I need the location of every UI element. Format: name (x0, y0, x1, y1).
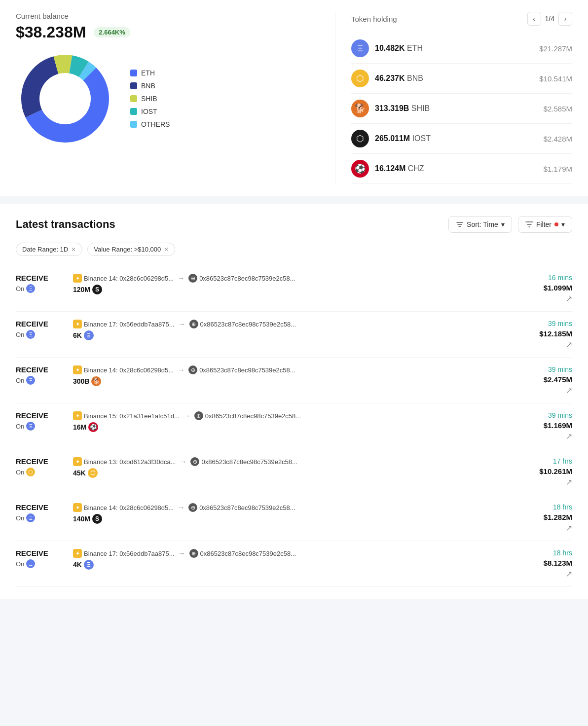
chain-icon: Ξ (26, 559, 35, 568)
external-link-icon[interactable]: ↗ (518, 432, 572, 441)
addr-to: ⊕ 0x86523c87c8ec98c7539e2c58... (188, 365, 295, 374)
pagination-text: 1/4 (545, 15, 554, 23)
header-actions: Sort: Time ▾ Filter ▾ (448, 216, 572, 233)
tx-addresses: ✦ Binance 14: 0x28c6c06298d5... → ⊕ 0x86… (73, 274, 510, 283)
tx-amount: 6K (73, 331, 82, 339)
arrow-icon: → (179, 320, 185, 328)
tx-chain: On Ξ (16, 330, 65, 339)
token-row[interactable]: ⚽ 16.124M CHZ $1.179M (351, 154, 572, 184)
filter-icon (525, 220, 533, 228)
tx-middle: ✦ Binance 15: 0x21a31ee1afc51d... → ⊕ 0x… (73, 411, 510, 432)
tx-amount: 140M (73, 515, 90, 523)
token-holding-title: Token holding (351, 15, 397, 23)
filter-remove-button[interactable]: ✕ (164, 246, 169, 253)
to-address: 0x86523c87c8ec98c7539e2c58... (205, 412, 301, 420)
tx-value: $1.099M (518, 284, 572, 292)
tx-amount: 16M (73, 423, 86, 431)
tx-type: RECEIVE (16, 411, 65, 420)
token-info: 313.319B SHIB (375, 104, 544, 113)
to-icon: ⊕ (194, 411, 203, 420)
tx-time: 18 hrs (518, 549, 572, 557)
tx-amount-row: 140M S (73, 514, 510, 524)
tx-type: RECEIVE (16, 274, 65, 282)
tx-amount-row: 4K Ξ (73, 560, 510, 570)
token-row[interactable]: ⬡ 46.237K BNB $10.541M (351, 64, 572, 94)
tx-chain: On ⬡ (16, 468, 65, 476)
table-row[interactable]: RECEIVE On Ξ ✦ Binance 14: 0x28c6c06298d… (16, 495, 572, 541)
chain-icon: Ξ (26, 284, 35, 293)
tx-middle: ✦ Binance 17: 0x56eddb7aa875... → ⊕ 0x86… (73, 320, 510, 340)
tx-time: 39 mins (518, 411, 572, 419)
coin-icon: S (92, 285, 102, 294)
token-icon: ⬡ (351, 130, 369, 147)
addr-from: ✦ Binance 17: 0x56eddb7aa875... (73, 320, 175, 328)
from-address: Binance 17: 0x56eddb7aa875... (84, 321, 175, 328)
tx-time: 39 mins (518, 320, 572, 327)
tx-type-col: RECEIVE On Ξ (16, 320, 65, 339)
from-icon: ✦ (73, 365, 82, 374)
token-row[interactable]: ⬡ 265.011M IOST $2.428M (351, 124, 572, 154)
external-link-icon[interactable]: ↗ (518, 523, 572, 533)
sort-label: Sort: Time (467, 220, 498, 228)
from-icon: ✦ (73, 503, 82, 512)
token-value: $21.287M (539, 44, 572, 53)
tx-addresses: ✦ Binance 13: 0xbd612a3f30dca... → ⊕ 0x8… (73, 457, 510, 466)
filter-remove-button[interactable]: ✕ (71, 246, 76, 253)
table-row[interactable]: RECEIVE On Ξ ✦ Binance 17: 0x56eddb7aa87… (16, 312, 572, 358)
tx-chain: On Ξ (16, 513, 65, 522)
chart-legend-row: ETH BNB SHIB IOST OTHERS (16, 49, 319, 148)
from-icon: ✦ (73, 320, 82, 328)
prev-page-button[interactable]: ‹ (527, 12, 541, 26)
token-holding-area: Token holding ‹ 1/4 › Ξ 10.482K ETH $21.… (335, 12, 572, 184)
token-info: 46.237K BNB (375, 74, 539, 83)
token-amount: 313.319B SHIB (375, 104, 430, 112)
external-link-icon[interactable]: ↗ (518, 294, 572, 303)
addr-to: ⊕ 0x86523c87c8ec98c7539e2c58... (190, 457, 297, 466)
to-address: 0x86523c87c8ec98c7539e2c58... (200, 550, 296, 557)
tx-chain: On Ξ (16, 559, 65, 568)
to-address: 0x86523c87c8ec98c7539e2c58... (199, 366, 295, 374)
external-link-icon[interactable]: ↗ (518, 477, 572, 487)
tx-right: 17 hrs $10.261M ↗ (518, 457, 572, 487)
tx-type-col: RECEIVE On Ξ (16, 365, 65, 385)
external-link-icon[interactable]: ↗ (518, 569, 572, 579)
external-link-icon[interactable]: ↗ (518, 340, 572, 349)
from-icon: ✦ (73, 411, 82, 420)
chart-legend: ETH BNB SHIB IOST OTHERS (130, 69, 170, 128)
tx-type: RECEIVE (16, 503, 65, 511)
filter-tag: Value Range: >$10,000✕ (87, 243, 175, 256)
from-address: Binance 13: 0xbd612a3f30dca... (84, 458, 176, 466)
table-row[interactable]: RECEIVE On Ξ ✦ Binance 14: 0x28c6c06298d… (16, 358, 572, 403)
tx-middle: ✦ Binance 13: 0xbd612a3f30dca... → ⊕ 0x8… (73, 457, 510, 478)
next-page-button[interactable]: › (558, 12, 572, 26)
table-row[interactable]: RECEIVE On Ξ ✦ Binance 15: 0x21a31ee1afc… (16, 403, 572, 449)
table-row[interactable]: RECEIVE On Ξ ✦ Binance 14: 0x28c6c06298d… (16, 266, 572, 312)
table-row[interactable]: RECEIVE On ⬡ ✦ Binance 13: 0xbd612a3f30d… (16, 449, 572, 495)
pagination: ‹ 1/4 › (527, 12, 572, 26)
tx-right: 16 mins $1.099M ↗ (518, 274, 572, 303)
token-icon: Ξ (351, 39, 369, 57)
external-link-icon[interactable]: ↗ (518, 386, 572, 395)
tx-middle: ✦ Binance 17: 0x56eddb7aa875... → ⊕ 0x86… (73, 549, 510, 570)
to-icon: ⊕ (188, 503, 197, 512)
chain-icon: Ξ (26, 376, 35, 385)
tx-amount: 45K (73, 469, 86, 477)
token-row[interactable]: 🐕 313.319B SHIB $2.585M (351, 94, 572, 124)
addr-from: ✦ Binance 15: 0x21a31ee1afc51d... (73, 411, 180, 420)
from-address: Binance 14: 0x28c6c06298d5... (84, 366, 174, 374)
transactions-section: Latest transactions Sort: Time ▾ Filter … (0, 204, 588, 599)
to-icon: ⊕ (188, 365, 197, 374)
tx-right: 39 mins $1.169M ↗ (518, 411, 572, 441)
tx-amount-row: 6K Ξ (73, 330, 510, 340)
filter-button[interactable]: Filter ▾ (518, 216, 572, 233)
table-row[interactable]: RECEIVE On Ξ ✦ Binance 17: 0x56eddb7aa87… (16, 541, 572, 587)
tx-type-col: RECEIVE On Ξ (16, 503, 65, 522)
tx-value: $1.282M (518, 513, 572, 521)
token-info: 16.124M CHZ (375, 164, 544, 173)
token-row[interactable]: Ξ 10.482K ETH $21.287M (351, 34, 572, 64)
filter-tag: Date Range: 1D✕ (16, 243, 82, 256)
token-holding-header: Token holding ‹ 1/4 › (351, 12, 572, 26)
arrow-icon: → (179, 549, 185, 557)
token-amount: 16.124M CHZ (375, 164, 424, 173)
sort-button[interactable]: Sort: Time ▾ (448, 216, 512, 233)
